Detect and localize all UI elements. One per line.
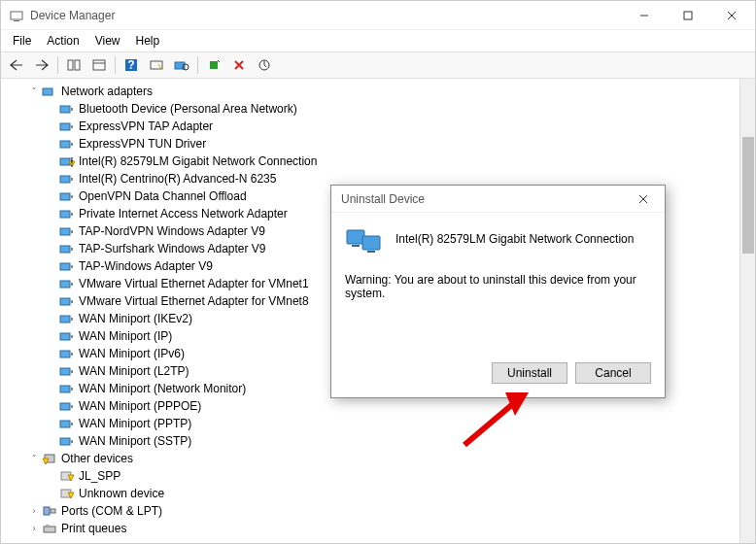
svg-rect-58 — [60, 421, 70, 427]
close-button[interactable] — [709, 2, 753, 29]
svg-rect-53 — [71, 370, 73, 373]
svg-rect-76 — [362, 236, 380, 250]
device-label: WAN Miniport (IKEv2) — [79, 312, 192, 325]
device-label: TAP-NordVPN Windows Adapter V9 — [79, 224, 265, 238]
dialog-warning-text: Warning: You are about to uninstall this… — [345, 273, 651, 300]
svg-rect-74 — [347, 230, 364, 244]
svg-rect-21 — [71, 108, 73, 111]
device-icon — [59, 277, 75, 290]
menubar: File Action View Help — [1, 30, 755, 51]
menu-action[interactable]: Action — [39, 32, 86, 50]
svg-rect-6 — [68, 60, 73, 70]
device-icon — [59, 329, 75, 343]
dialog-body: Intel(R) 82579LM Gigabit Network Connect… — [331, 213, 665, 353]
device-label: JL_SPP — [79, 469, 120, 483]
dialog-close-button[interactable] — [626, 187, 661, 211]
uninstall-device-button[interactable] — [227, 54, 251, 76]
menu-view[interactable]: View — [87, 32, 128, 50]
device-icon — [59, 119, 75, 133]
svg-rect-57 — [71, 405, 73, 408]
chevron-down-icon[interactable]: ˅ — [28, 453, 40, 464]
vertical-scrollbar[interactable] — [739, 79, 755, 543]
group-label: Other devices — [61, 452, 133, 465]
scrollbar-thumb[interactable] — [742, 137, 754, 254]
device-item[interactable]: Unknown device — [9, 485, 739, 502]
forward-button[interactable] — [30, 54, 53, 76]
device-label: WAN Miniport (IPv6) — [79, 347, 185, 360]
uninstall-button[interactable]: Uninstall — [492, 362, 567, 384]
scan-hardware-button[interactable] — [170, 54, 193, 76]
svg-rect-30 — [60, 176, 70, 183]
group-icon — [42, 452, 57, 465]
device-icon — [59, 172, 75, 186]
enable-device-button[interactable] — [202, 54, 225, 76]
svg-rect-55 — [71, 388, 73, 391]
device-icon — [59, 364, 75, 378]
device-label: ExpressVPN TUN Driver — [79, 137, 206, 151]
svg-rect-20 — [60, 106, 70, 113]
chevron-right-icon[interactable]: › — [28, 523, 40, 534]
svg-rect-39 — [71, 248, 73, 251]
device-label: TAP-Windows Adapter V9 — [79, 259, 213, 273]
menu-help[interactable]: Help — [128, 32, 168, 50]
device-label: Intel(R) Centrino(R) Advanced-N 6235 — [79, 172, 276, 186]
svg-rect-70 — [44, 527, 55, 532]
show-hide-console-button[interactable] — [62, 54, 86, 76]
help-button[interactable]: ? — [120, 54, 143, 76]
properties-button[interactable] — [87, 54, 111, 76]
svg-rect-19 — [43, 88, 52, 95]
maximize-button[interactable] — [666, 2, 709, 29]
device-label: WAN Miniport (L2TP) — [79, 364, 189, 378]
device-icon — [59, 207, 75, 221]
device-icon — [59, 434, 75, 448]
cancel-button[interactable]: Cancel — [575, 362, 651, 384]
device-icon — [59, 189, 75, 203]
update-driver-button[interactable] — [253, 54, 276, 76]
chevron-down-icon[interactable]: ˅ — [28, 85, 40, 97]
svg-rect-77 — [367, 251, 375, 253]
device-item[interactable]: JL_SPP — [9, 467, 739, 485]
svg-rect-69 — [51, 509, 55, 513]
device-icon — [59, 469, 75, 483]
tree-group-network-adapters[interactable]: ˅Network adapters — [9, 83, 739, 100]
minimize-button[interactable] — [622, 2, 666, 29]
group-label: Network adapters — [61, 85, 153, 98]
device-icon — [59, 382, 75, 395]
device-item[interactable]: Bluetooth Device (Personal Area Network) — [9, 100, 739, 118]
svg-rect-60 — [60, 438, 70, 445]
device-item[interactable]: ExpressVPN TAP Adapter — [9, 118, 739, 135]
device-label: WAN Miniport (PPPOE) — [79, 399, 201, 413]
device-item[interactable]: WAN Miniport (PPTP) — [9, 415, 739, 432]
tree-group-print-queues[interactable]: ›Print queues — [9, 520, 739, 537]
device-item[interactable]: WAN Miniport (SSTP) — [9, 432, 739, 450]
chevron-right-icon[interactable]: › — [28, 505, 40, 517]
svg-rect-75 — [352, 245, 360, 247]
dialog-titlebar: Uninstall Device — [331, 186, 665, 213]
device-item[interactable]: WAN Miniport (PPPOE) — [9, 397, 739, 415]
device-icon — [59, 242, 75, 255]
menu-file[interactable]: File — [5, 32, 39, 50]
tree-group-ports-com-lpt-[interactable]: ›Ports (COM & LPT) — [9, 502, 739, 520]
titlebar: Device Manager — [1, 1, 755, 30]
device-item[interactable]: !Intel(R) 82579LM Gigabit Network Connec… — [9, 153, 739, 170]
device-icon — [59, 137, 75, 151]
tree-group-other-devices[interactable]: ˅Other devices — [9, 450, 739, 467]
svg-rect-23 — [71, 125, 73, 128]
dialog-device-name: Intel(R) 82579LM Gigabit Network Connect… — [395, 226, 634, 246]
group-icon — [42, 522, 57, 535]
device-icon — [59, 259, 75, 273]
group-label: Ports (COM & LPT) — [61, 504, 162, 518]
action-button[interactable] — [145, 54, 168, 76]
svg-rect-45 — [71, 300, 73, 303]
device-item[interactable]: ExpressVPN TUN Driver — [9, 135, 739, 153]
window-controls — [622, 2, 753, 29]
svg-rect-49 — [71, 335, 73, 338]
svg-rect-37 — [71, 230, 73, 233]
svg-rect-71 — [46, 525, 50, 527]
device-icon — [59, 347, 75, 360]
device-icon — [59, 487, 75, 500]
device-icon — [59, 312, 75, 325]
svg-rect-36 — [60, 228, 70, 235]
svg-rect-31 — [71, 178, 73, 181]
back-button[interactable] — [5, 54, 28, 76]
